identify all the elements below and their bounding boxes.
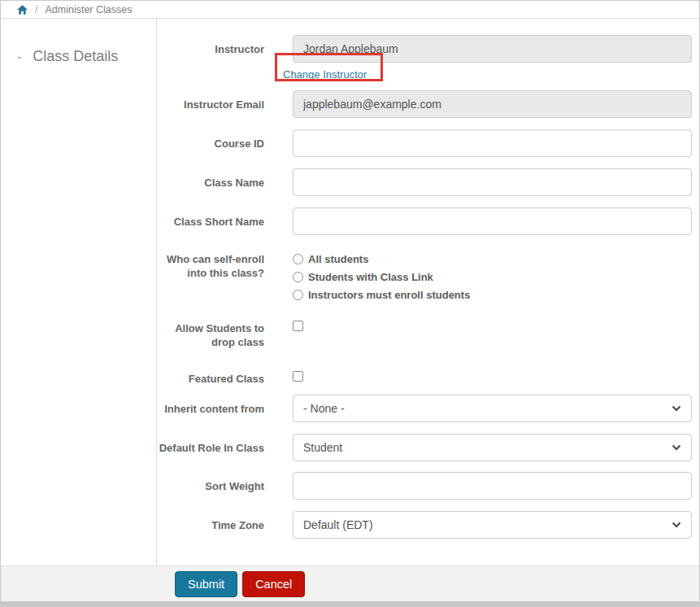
- sidebar: - Class Details: [1, 19, 157, 566]
- featured-class-checkbox[interactable]: [293, 371, 303, 382]
- field-row-default-role: Default Role In Class Student: [157, 434, 699, 461]
- radio-button-icon[interactable]: [293, 254, 303, 264]
- selected-value: Student: [303, 441, 342, 454]
- field-row-self-enroll: Who can self-enroll into this class? All…: [157, 250, 699, 304]
- instructor-email-input: [293, 90, 692, 118]
- radio-all-students[interactable]: All students: [293, 250, 692, 268]
- radio-button-icon[interactable]: [293, 290, 303, 300]
- default-role-label: Default Role In Class: [157, 434, 264, 461]
- inherit-content-select[interactable]: - None -: [293, 395, 692, 422]
- field-row-instructor: Instructor Change Instructor: [157, 35, 699, 82]
- instructor-input: [293, 35, 692, 63]
- allow-drop-label: Allow Students to drop class: [157, 317, 264, 351]
- inherit-content-label: Inherit content from: [157, 395, 264, 422]
- chevron-down-icon: [672, 444, 681, 451]
- radio-button-icon[interactable]: [293, 272, 303, 282]
- chevron-down-icon: [672, 522, 681, 528]
- submit-button[interactable]: Submit: [175, 571, 237, 597]
- field-row-class-short-name: Class Short Name: [157, 207, 699, 235]
- time-zone-select[interactable]: Default (EDT): [293, 511, 692, 539]
- class-name-input[interactable]: [293, 168, 692, 196]
- featured-class-label: Featured Class: [157, 367, 264, 388]
- class-name-label: Class Name: [157, 168, 264, 196]
- chevron-down-icon: [672, 405, 681, 412]
- radio-label: Students with Class Link: [308, 271, 433, 283]
- field-row-inherit-content: Inherit content from - None -: [157, 395, 699, 422]
- sort-weight-input[interactable]: [293, 472, 692, 500]
- form-actions: Submit Cancel: [1, 566, 699, 601]
- bottom-border-strip: [1, 601, 699, 606]
- field-row-sort-weight: Sort Weight: [157, 472, 699, 500]
- class-short-name-input[interactable]: [293, 207, 692, 235]
- section-title: Class Details: [33, 48, 118, 65]
- collapse-icon[interactable]: -: [17, 50, 21, 64]
- field-row-time-zone: Time Zone Default (EDT): [157, 511, 699, 539]
- sort-weight-label: Sort Weight: [157, 472, 264, 500]
- default-role-select[interactable]: Student: [293, 434, 692, 461]
- home-icon[interactable]: [17, 5, 28, 15]
- field-row-allow-drop: Allow Students to drop class: [157, 317, 699, 351]
- selected-value: Default (EDT): [303, 518, 373, 531]
- radio-instructors-must-enroll[interactable]: Instructors must enroll students: [293, 286, 692, 304]
- administer-classes-page: / Administer Classes - Class Details Ins…: [0, 0, 700, 607]
- radio-label: Instructors must enroll students: [308, 289, 470, 301]
- allow-drop-checkbox[interactable]: [293, 321, 303, 331]
- class-details-form: Instructor Change Instructor Instructor …: [157, 19, 699, 566]
- change-instructor-link[interactable]: Change Instructor: [283, 68, 367, 81]
- breadcrumb-current: Administer Classes: [45, 4, 132, 15]
- self-enroll-label: Who can self-enroll into this class?: [157, 250, 264, 304]
- time-zone-label: Time Zone: [157, 511, 264, 539]
- field-row-course-id: Course ID: [157, 129, 699, 157]
- breadcrumb: / Administer Classes: [1, 1, 699, 19]
- instructor-email-label: Instructor Email: [157, 90, 264, 118]
- course-id-label: Course ID: [157, 129, 264, 157]
- selected-value: - None -: [303, 402, 345, 415]
- radio-label: All students: [308, 253, 368, 265]
- radio-students-with-class-link[interactable]: Students with Class Link: [293, 268, 692, 286]
- instructor-label: Instructor: [157, 35, 264, 82]
- field-row-instructor-email: Instructor Email: [157, 90, 699, 118]
- section-class-details[interactable]: - Class Details: [17, 48, 156, 65]
- breadcrumb-separator: /: [35, 4, 37, 15]
- class-short-name-label: Class Short Name: [157, 207, 264, 235]
- field-row-featured-class: Featured Class: [157, 367, 699, 388]
- course-id-input[interactable]: [293, 129, 692, 157]
- cancel-button[interactable]: Cancel: [242, 571, 305, 597]
- field-row-class-name: Class Name: [157, 168, 699, 196]
